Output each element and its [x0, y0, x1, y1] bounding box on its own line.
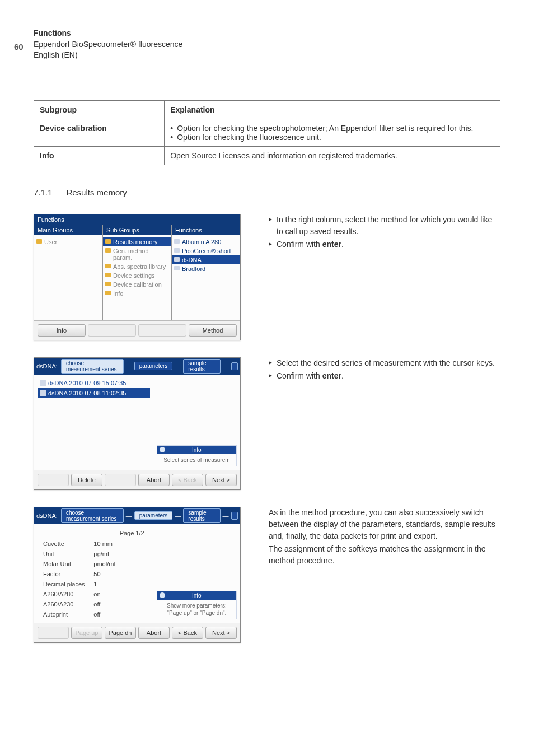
- para-3-2: The assignment of the softkeys matches t…: [269, 543, 500, 567]
- sc1-btn-info[interactable]: Info: [38, 324, 86, 337]
- sc3-tab-parameters[interactable]: parameters: [134, 511, 173, 520]
- pk: A260/A230: [43, 601, 93, 608]
- sc3-page-indicator: Page 1/2: [120, 528, 150, 536]
- sc2-btn-empty2: [105, 474, 136, 486]
- table-row: Device calibration •Option for checking …: [34, 119, 500, 146]
- pv: off: [93, 611, 144, 618]
- sc3-param-a260a280: A260/A280on: [38, 589, 150, 599]
- sc2-tab-choose[interactable]: choose measurement series: [61, 359, 124, 374]
- sc1-sub-gen-method[interactable]: Gen. method param.: [103, 246, 171, 262]
- sc1-main-user[interactable]: User: [34, 237, 102, 246]
- row1-bullet-2: Option for checking the fluorescence uni…: [177, 133, 321, 142]
- table-head-subgroup: Subgroup: [34, 100, 165, 119]
- sc2-btn-empty: [38, 474, 69, 486]
- sc3-end-icon: [231, 512, 238, 520]
- sc1-btn-empty1: [88, 324, 136, 337]
- screenshot-choose-series: dsDNA: choose measurement series — param…: [34, 357, 241, 490]
- sc2-series-2-label: dsDNA 2010-07-08 11:02:35: [48, 390, 126, 396]
- sc3-info-panel: iInfo Show more parameters: "Page up" or…: [157, 591, 237, 619]
- sc1-fn-dsdna[interactable]: dsDNA: [172, 255, 240, 264]
- sc3-btn-next[interactable]: Next >: [205, 627, 237, 639]
- pk: Cuvette: [43, 540, 93, 547]
- sc2-btn-abort[interactable]: Abort: [138, 474, 170, 486]
- instructions-1: In the right column, select the method f…: [269, 214, 500, 250]
- sc2-series-2[interactable]: dsDNA 2010-07-08 11:02:35: [38, 388, 150, 398]
- sc1-sub-abs-spectra[interactable]: Abs. spectra library: [103, 262, 171, 271]
- sc2-series-1[interactable]: dsDNA 2010-07-09 15:07:35: [38, 378, 150, 388]
- sc2-btn-back[interactable]: < Back: [172, 474, 203, 486]
- sc1-sub-results-memory[interactable]: Results memory: [103, 237, 171, 246]
- screenshot-functions: Functions Main Groups User Sub Groups Re…: [34, 214, 241, 340]
- sc2-info-title: Info: [192, 447, 202, 453]
- row1-bullet-1: Option for checking the spectrophotomete…: [177, 124, 473, 133]
- sc3-param-factor: Factor50: [38, 569, 150, 579]
- section-number: 7.1.1: [34, 188, 52, 197]
- sc3-btn-back[interactable]: < Back: [172, 627, 203, 639]
- sc3-param-autoprint: Autoprintoff: [38, 609, 150, 619]
- sc3-btn-pageup[interactable]: Page up: [71, 627, 102, 639]
- header-line-2: Eppendorf BioSpectrometer® fluorescence: [34, 39, 500, 50]
- instr1-item2: Confirm with enter.: [269, 239, 500, 250]
- sc3-btn-empty: [38, 627, 69, 639]
- instr2-item2-strong: enter: [322, 371, 341, 380]
- file-icon: [40, 390, 46, 396]
- sc1-colhead-2: Sub Groups: [103, 225, 171, 235]
- instr2-item2-pre: Confirm with: [277, 371, 322, 380]
- pv: µg/mL: [93, 550, 144, 557]
- section-title: Results memory: [66, 188, 127, 197]
- instr1-item2-post: .: [341, 240, 344, 249]
- header-line-1: Functions: [34, 28, 500, 39]
- sc1-sub-device-settings[interactable]: Device settings: [103, 271, 171, 280]
- pk: A260/A280: [43, 591, 93, 598]
- pk: Decimal places: [43, 581, 93, 587]
- sc1-fn-bradford[interactable]: Bradford: [172, 264, 240, 273]
- sc2-btn-delete[interactable]: Delete: [71, 474, 102, 486]
- table-row: Info Open Source Licenses and informatio…: [34, 146, 500, 165]
- pk: Molar Unit: [43, 561, 93, 567]
- page-header: Functions Eppendorf BioSpectrometer® flu…: [34, 28, 500, 61]
- info-icon: i: [160, 447, 165, 452]
- page-number: 60: [14, 42, 24, 52]
- sc3-btn-abort[interactable]: Abort: [138, 627, 170, 639]
- sc2-btn-next[interactable]: Next >: [205, 474, 237, 486]
- row2-explanation: Open Source Licenses and information on …: [165, 146, 500, 165]
- sc1-colhead-1: Main Groups: [34, 225, 102, 235]
- header-line-3: English (EN): [34, 50, 500, 61]
- pv: 1: [93, 581, 144, 587]
- pv: 10 mm: [93, 540, 144, 547]
- table-head-explanation: Explanation: [165, 100, 500, 119]
- instr1-item1: In the right column, select the method f…: [269, 214, 500, 237]
- pv: on: [93, 591, 144, 598]
- sc2-info-body: Select series of measurem: [157, 454, 236, 466]
- subgroup-table: Subgroup Explanation Device calibration …: [34, 100, 500, 165]
- sc3-param-a260a230: A260/A230off: [38, 599, 150, 609]
- sc1-colhead-3: Functions: [172, 225, 240, 235]
- sc2-series-1-label: dsDNA 2010-07-09 15:07:35: [48, 380, 126, 386]
- sc3-tab-choose[interactable]: choose measurement series: [61, 508, 124, 523]
- sc1-sub-device-calibration[interactable]: Device calibration: [103, 280, 171, 289]
- sc1-sub-info[interactable]: Info: [103, 289, 171, 298]
- instr2-item2-post: .: [341, 371, 344, 380]
- sc3-tab-sample-results[interactable]: sample results: [183, 508, 220, 523]
- para-3-1: As in the method procedure, you can also…: [269, 507, 500, 542]
- instr2-item2: Confirm with enter.: [269, 370, 500, 382]
- sc2-tab-sample-results[interactable]: sample results: [183, 359, 220, 374]
- instr1-item2-strong: enter: [322, 240, 341, 249]
- sc1-btn-empty2: [138, 324, 186, 337]
- instr1-item2-pre: Confirm with: [277, 240, 322, 249]
- pk: Unit: [43, 550, 93, 557]
- row2-subgroup: Info: [40, 151, 54, 160]
- sc2-info-panel: iInfo Select series of measurem: [157, 445, 237, 466]
- pk: Factor: [43, 571, 93, 577]
- section-heading: 7.1.1 Results memory: [34, 188, 500, 197]
- sc1-fn-picogreen[interactable]: PicoGreen® short: [172, 246, 240, 255]
- sc3-info-title: Info: [192, 592, 202, 599]
- sc1-fn-albumin[interactable]: Albumin A 280: [172, 237, 240, 246]
- instructions-2: Select the desired series of measurement…: [269, 357, 500, 382]
- screenshot-parameters: dsDNA: choose measurement series — param…: [34, 507, 241, 643]
- sc3-btn-pagedn[interactable]: Page dn: [105, 627, 136, 639]
- sc1-btn-method[interactable]: Method: [189, 324, 237, 337]
- sc2-tab-parameters[interactable]: parameters: [134, 362, 173, 370]
- sc3-prefix: dsDNA:: [36, 512, 59, 519]
- pv: 50: [93, 571, 144, 577]
